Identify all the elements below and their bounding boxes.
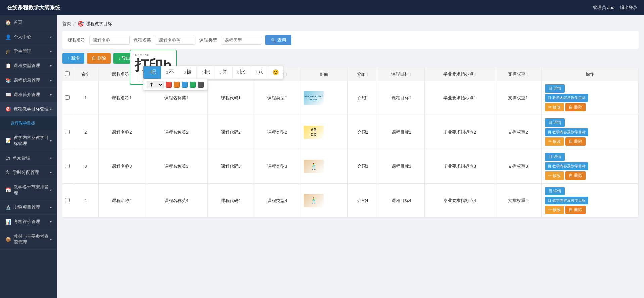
course-type-input[interactable] <box>221 36 261 45</box>
sidebar-item-profile[interactable]: 👤 个人中心 ▾ <box>0 30 57 44</box>
sidebar-course-type-label: 课程类型管理 <box>14 63 40 69</box>
color-orange[interactable] <box>174 82 180 88</box>
chevron-down-icon: ▾ <box>50 156 52 160</box>
row-checkbox[interactable] <box>65 95 70 100</box>
batch-delete-button[interactable]: 自 删除 <box>87 53 111 64</box>
logout-button[interactable]: 退出登录 <box>620 5 637 11</box>
table-row: 2课程名称2课程名称英2课程代码2课程类型2ABCD介绍2课程目标2毕业要求指标… <box>62 115 639 149</box>
row-intro: 介绍4 <box>347 184 378 218</box>
experiment-icon: 🔬 <box>5 205 11 210</box>
sidebar-item-session[interactable]: 📅 教学各环节安排管理 ▾ <box>0 180 57 200</box>
th-intro[interactable]: 介绍 <box>347 68 378 81</box>
sidebar-item-course-intro[interactable]: 📖 课程简介管理 ▾ <box>0 88 57 102</box>
sidebar-course-goal-sub-label: 课程教学目标 <box>11 120 35 126</box>
candidate-item-5[interactable]: 5并 <box>215 66 233 79</box>
row-checkbox[interactable] <box>65 130 70 134</box>
edit-button[interactable]: ✏ 修改 <box>545 171 564 180</box>
color-picker-bar: 中 小 大 <box>143 79 208 91</box>
row-index: 3 <box>73 149 99 184</box>
chevron-down-icon: ▾ <box>50 220 52 224</box>
color-blue[interactable] <box>182 82 188 88</box>
color-green[interactable] <box>190 82 196 88</box>
teach-button[interactable]: 目 教学内容及教学目标 <box>545 197 588 204</box>
course-name-en-input[interactable] <box>155 36 195 45</box>
sidebar-item-student[interactable]: 🎓 学生管理 ▾ <box>0 44 57 59</box>
detail-button[interactable]: 目 详情 <box>545 153 565 161</box>
search-label: 查询 <box>277 37 286 43</box>
row-checkbox[interactable] <box>65 198 70 202</box>
search-button[interactable]: 🔍 查询 <box>265 35 291 45</box>
candidate-item-6[interactable]: 6比 <box>233 66 250 79</box>
course-name-input[interactable] <box>89 36 130 45</box>
row-intro: 介绍1 <box>347 81 378 115</box>
row-checkbox[interactable] <box>65 164 70 168</box>
materials-icon: 📦 <box>5 237 11 242</box>
chevron-down-icon: ▾ <box>50 64 52 68</box>
edit-button[interactable]: ✏ 修改 <box>545 103 564 111</box>
sidebar-item-home[interactable]: 🏠 首页 <box>0 15 57 30</box>
sidebar-item-teach-content[interactable]: 📝 教学内容及教学目标管理 ▾ <box>0 131 57 151</box>
course-name-label: 课程名称 <box>68 37 85 43</box>
breadcrumb-home[interactable]: 首页 <box>62 21 71 27</box>
sidebar-time-label: 学时分配管理 <box>13 169 39 176</box>
th-grad-req[interactable]: 毕业要求指标点 <box>425 68 495 81</box>
teach-button[interactable]: 目 教学内容及教学目标 <box>545 162 588 170</box>
row-course-name: 课程名称4 <box>99 184 145 218</box>
delete-button[interactable]: 自 删除 <box>565 103 585 111</box>
cover-image: 🕺 <box>304 160 324 173</box>
sidebar-item-course-info[interactable]: 📚 课程信息管理 ▾ <box>0 73 57 88</box>
color-dark[interactable] <box>198 82 204 88</box>
sidebar-item-assessment[interactable]: 📊 考核评价管理 ▾ <box>0 215 57 229</box>
color-red[interactable] <box>166 82 172 88</box>
delete-button[interactable]: 自 删除 <box>565 206 585 214</box>
candidate-item-1[interactable]: 1吧 <box>143 66 161 79</box>
row-cover: VOCABULARYwords <box>301 81 347 115</box>
cover-image: 🕺 <box>304 194 324 207</box>
sidebar-item-unit[interactable]: 🗂 单元管理 ▾ <box>0 151 57 165</box>
row-actions: 目 详情目 教学内容及教学目标✏ 修改自 删除 <box>541 184 638 218</box>
candidate-item-7[interactable]: 7八 <box>250 66 268 79</box>
row-checkbox-cell <box>62 184 73 218</box>
detail-button[interactable]: 目 详情 <box>545 187 565 195</box>
sidebar-item-materials[interactable]: 📦 教材与主要参考资源管理 ▾ <box>0 229 57 250</box>
sidebar-item-course-goal[interactable]: 🎯 课程教学目标管理 ▾ <box>0 102 57 116</box>
row-grad-req: 毕业要求指标点3 <box>425 149 495 184</box>
sidebar-course-goal-label: 课程教学目标管理 <box>14 106 49 112</box>
sidebar-item-course-goal-sub[interactable]: 课程教学目标 <box>0 116 57 131</box>
add-button[interactable]: + 新增 <box>62 53 84 64</box>
teach-button[interactable]: 目 教学内容及教学目标 <box>545 128 588 136</box>
chevron-down-icon: ▾ <box>50 188 52 192</box>
candidate-emoji[interactable]: 😊 <box>268 66 283 78</box>
row-support-weight: 支撑权重4 <box>495 184 542 218</box>
session-icon: 📅 <box>5 187 11 193</box>
course-goal-icon: 🎯 <box>5 106 11 112</box>
breadcrumb-icon: 🎯 <box>78 21 84 27</box>
delete-button[interactable]: 自 删除 <box>565 171 585 180</box>
sidebar-item-course-type[interactable]: 📋 课程类型管理 ▾ <box>0 59 57 73</box>
row-index: 2 <box>73 115 99 149</box>
top-nav: 在线课程教学大纲系统 管理员 abo 退出登录 <box>0 0 644 15</box>
sidebar-item-time[interactable]: ⏱ 学时分配管理 ▾ <box>0 165 57 180</box>
delete-button[interactable]: 自 删除 <box>565 137 585 146</box>
sidebar-item-experiment[interactable]: 🔬 实验项目管理 ▾ <box>0 200 57 215</box>
teach-button[interactable]: 目 教学内容及教学目标 <box>545 94 588 102</box>
row-checkbox-cell <box>62 81 73 115</box>
edit-button[interactable]: ✏ 修改 <box>545 137 564 146</box>
breadcrumb: 首页 // 🎯 课程教学目标 <box>62 21 639 27</box>
color-size-select[interactable]: 中 小 大 <box>147 81 164 88</box>
sidebar-session-label: 教学各环节安排管理 <box>14 184 50 196</box>
candidate-item-4[interactable]: 4把 <box>197 66 215 79</box>
candidate-item-3[interactable]: 3被 <box>179 66 197 79</box>
row-course-name-en: 课程名称英2 <box>145 115 208 149</box>
detail-button[interactable]: 目 详情 <box>545 118 565 127</box>
detail-button[interactable]: 目 详情 <box>545 84 565 93</box>
select-all-checkbox[interactable] <box>65 71 70 76</box>
th-support-weight[interactable]: 支撑权重 <box>495 68 542 81</box>
th-goal[interactable]: 课程目标 <box>378 68 425 81</box>
course-type-icon: 📋 <box>5 63 11 68</box>
candidate-bar: 1吧 2不 3被 4把 5并 6比 7八 😊 <box>143 66 283 79</box>
sidebar-profile-label: 个人中心 <box>14 34 31 40</box>
row-actions: 目 详情目 教学内容及教学目标✏ 修改自 删除 <box>541 115 638 149</box>
edit-button[interactable]: ✏ 修改 <box>545 206 564 214</box>
candidate-item-2[interactable]: 2不 <box>161 66 179 79</box>
